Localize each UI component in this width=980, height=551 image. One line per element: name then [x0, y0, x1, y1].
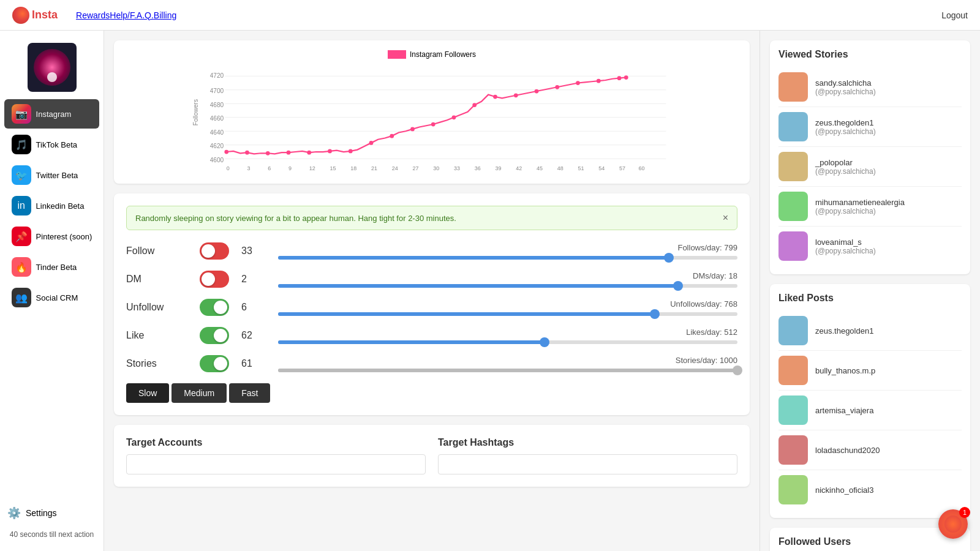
target-hashtags-title: Target Hashtags — [438, 437, 737, 448]
sidebar-item-tiktok[interactable]: 🎵 TikTok Beta — [4, 130, 100, 159]
story-username: zeus.thegolden1 — [815, 118, 962, 127]
control-label-follow: Follow — [126, 246, 200, 257]
svg-point-31 — [555, 85, 559, 89]
notification-count: 1 — [959, 507, 970, 518]
svg-text:4720: 4720 — [210, 72, 224, 79]
target-card: Target Accounts Target Hashtags — [114, 425, 750, 487]
liked-avatar — [778, 395, 808, 425]
sidebar-item-instagram[interactable]: 📷 Instagram — [4, 99, 100, 129]
toggle-follow[interactable] — [200, 242, 229, 260]
main-content: Instagram Followers 4720 4700 4680 4660 … — [104, 31, 760, 551]
svg-text:48: 48 — [557, 165, 564, 171]
toggle-slider-stories — [200, 355, 229, 372]
svg-text:4620: 4620 — [210, 143, 224, 149]
svg-text:6: 6 — [268, 165, 271, 171]
sidebar-item-tinder[interactable]: 🔥 Tinder Beta — [4, 252, 100, 282]
alert-close-button[interactable]: × — [723, 212, 728, 223]
liked-username: bully_thanos.m.p — [815, 366, 962, 375]
slider-area-dm: DMs/day: 18 — [278, 271, 737, 288]
story-item: loveanimal_s (@popy.salchicha) — [778, 227, 962, 266]
story-user-info: sandy.salchicha (@popy.salchicha) — [815, 78, 962, 96]
svg-point-21 — [349, 149, 353, 154]
story-avatar — [778, 231, 808, 261]
svg-point-23 — [390, 134, 394, 138]
target-accounts-input[interactable] — [126, 454, 426, 474]
target-hashtags-input[interactable] — [438, 454, 737, 474]
chart-container: 4720 4700 4680 4660 4640 4620 4600 Follo… — [124, 64, 740, 174]
liked-avatar — [778, 475, 808, 504]
logout-link[interactable]: Logout — [941, 10, 968, 20]
svg-text:60: 60 — [639, 165, 645, 171]
svg-point-35 — [624, 75, 628, 80]
slider-thumb-follow — [664, 253, 674, 263]
toggle-stories[interactable] — [200, 355, 229, 372]
story-username: _polopolar — [815, 158, 962, 167]
liked-item: nickinho_oficial3 — [778, 470, 962, 509]
sidebar-item-settings[interactable]: ⚙️ Settings — [0, 501, 104, 525]
count-unfollow: 6 — [241, 302, 266, 313]
tiktok-icon: 🎵 — [12, 135, 31, 154]
legend-color-swatch — [388, 50, 406, 59]
story-username: loveanimal_s — [815, 238, 962, 247]
slider-track-stories[interactable] — [278, 369, 737, 372]
slider-track-unfollow[interactable] — [278, 312, 737, 316]
svg-point-24 — [410, 127, 415, 132]
liked-item: bully_thanos.m.p — [778, 351, 962, 391]
slider-label-follow: Follows/day: 799 — [278, 243, 737, 252]
svg-text:15: 15 — [330, 165, 336, 171]
liked-posts-card: Liked Posts zeus.thegolden1 bully_thanos… — [770, 284, 970, 518]
speed-slow-button[interactable]: Slow — [126, 383, 169, 403]
avatar — [34, 49, 70, 86]
nav-billing[interactable]: Billing — [154, 10, 176, 20]
slider-fill-follow — [278, 256, 669, 260]
svg-text:51: 51 — [578, 165, 584, 171]
sidebar-item-crm[interactable]: 👥 Social CRM — [4, 283, 100, 312]
svg-text:42: 42 — [516, 165, 522, 171]
notification-badge[interactable]: 1 — [938, 509, 968, 539]
story-user-info: loveanimal_s (@popy.salchicha) — [815, 238, 962, 255]
story-handle: (@popy.salchicha) — [815, 207, 962, 216]
svg-text:9: 9 — [288, 165, 292, 171]
sidebar-item-linkedin[interactable]: in Linkedin Beta — [4, 191, 100, 220]
svg-text:57: 57 — [619, 165, 625, 171]
svg-text:4680: 4680 — [210, 102, 224, 108]
svg-text:54: 54 — [598, 165, 605, 171]
toggle-slider-follow — [200, 242, 229, 260]
speed-medium-button[interactable]: Medium — [172, 383, 227, 403]
tinder-icon: 🔥 — [12, 257, 31, 277]
story-handle: (@popy.salchicha) — [815, 247, 962, 255]
nav-rewards[interactable]: Rewards — [76, 10, 110, 20]
toggle-dm[interactable] — [200, 271, 229, 288]
control-row-dm: DM 2 DMs/day: 18 — [126, 271, 737, 288]
slider-thumb-stories — [733, 365, 742, 375]
svg-point-29 — [514, 93, 518, 97]
sidebar-item-twitter[interactable]: 🐦 Twitter Beta — [4, 160, 100, 190]
toggle-like[interactable] — [200, 327, 229, 344]
liked-avatar — [778, 316, 808, 345]
liked-item: zeus.thegolden1 — [778, 311, 962, 351]
slider-fill-stories — [278, 369, 737, 372]
count-like: 62 — [241, 330, 266, 341]
slider-thumb-dm — [673, 281, 683, 291]
slider-track-dm[interactable] — [278, 284, 737, 288]
liked-avatar — [778, 356, 808, 385]
slider-thumb-like — [540, 337, 549, 347]
liked-user-info: bully_thanos.m.p — [815, 366, 962, 375]
target-hashtags-col: Target Hashtags — [438, 437, 737, 474]
toggle-slider-unfollow — [200, 299, 229, 316]
slider-track-follow[interactable] — [278, 256, 737, 260]
story-user-info: zeus.thegolden1 (@popy.salchicha) — [815, 118, 962, 136]
slider-track-like[interactable] — [278, 340, 737, 344]
target-row: Target Accounts Target Hashtags — [126, 437, 737, 474]
toggle-unfollow[interactable] — [200, 299, 229, 316]
svg-text:18: 18 — [350, 165, 356, 171]
svg-point-16 — [245, 151, 249, 155]
crm-icon: 👥 — [12, 288, 31, 307]
speed-fast-button[interactable]: Fast — [229, 383, 270, 403]
story-handle: (@popy.salchicha) — [815, 127, 962, 136]
svg-text:0: 0 — [227, 165, 230, 171]
sidebar-item-pinterest[interactable]: 📌 Pinterest (soon) — [4, 222, 100, 251]
svg-point-18 — [287, 151, 291, 155]
nav-faq[interactable]: Help/F.A.Q. — [110, 10, 154, 20]
story-username: sandy.salchicha — [815, 78, 962, 88]
